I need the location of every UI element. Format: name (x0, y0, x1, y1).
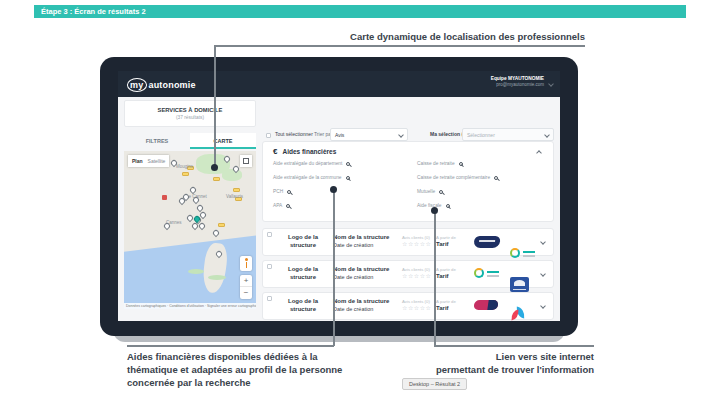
map-label: Mougins (176, 164, 193, 169)
filter-field[interactable]: Caisse de retraite complémentaire (417, 175, 498, 180)
result-checkbox[interactable] (267, 296, 272, 301)
connector-line (434, 345, 594, 347)
connector-line (127, 345, 334, 347)
filter-field[interactable]: Caisse de retraite (417, 161, 463, 166)
result-checkbox[interactable] (267, 264, 272, 269)
price-label: À partir de (436, 267, 456, 272)
connector-line (215, 45, 585, 47)
expand-chevron-icon[interactable] (540, 303, 546, 309)
road-badge (182, 172, 189, 176)
map-label: Vallauris (226, 194, 243, 199)
partner-logo[interactable] (473, 300, 498, 310)
star-rating: ☆☆☆☆☆ (402, 272, 431, 279)
results-count: (37 résultats) (125, 115, 255, 120)
filter-field[interactable]: Aide extralégale du département (273, 161, 350, 166)
financial-aid-panel: €Aides financières Aide extralégale du d… (262, 141, 554, 222)
connector-dot (330, 186, 337, 193)
annotation-aides: Aides financières disponibles dédiées à … (127, 351, 377, 389)
partner-logo[interactable] (510, 277, 529, 292)
filter-field[interactable]: Mutuelle (417, 189, 443, 194)
result-card[interactable]: Logo de la structure Nom de la structure… (262, 260, 554, 288)
connector-dot (211, 164, 218, 171)
zoom-out-button[interactable]: − (240, 287, 252, 299)
map-layer-control[interactable]: PlanSatellite (128, 155, 169, 167)
map-pin[interactable] (198, 222, 206, 230)
price-value: Tarif (436, 273, 449, 279)
result-card[interactable]: Logo de la structure Nom de la structure… (262, 228, 554, 256)
chevron-down-icon[interactable] (548, 81, 554, 87)
structure-logo-placeholder: Logo de la structure (279, 234, 327, 250)
star-rating: ☆☆☆☆☆ (402, 304, 431, 311)
result-card[interactable]: Logo de la structure Nom de la structure… (262, 292, 554, 320)
map-park (222, 169, 242, 181)
road-shield (162, 195, 167, 200)
app-logo: myautonomie (127, 78, 196, 92)
select-all-label[interactable]: Tout sélectionner (275, 131, 313, 137)
map-zoom-control: + − (240, 275, 252, 299)
search-icon[interactable] (287, 190, 291, 194)
map[interactable]: Mougins Le Cannet Vallauris Cannes (124, 151, 256, 309)
screen-name-badge: Desktop – Résultat 2 (402, 378, 467, 390)
road-badge (233, 188, 240, 192)
star-rating: ☆☆☆☆☆ (402, 240, 431, 247)
price-value: Tarif (436, 305, 449, 311)
annotation-lien: Lien vers site internet permettant de tr… (374, 351, 594, 377)
fullscreen-button[interactable] (240, 155, 252, 167)
map-layer-satellite[interactable]: Satellite (148, 158, 166, 164)
pegman-control[interactable] (240, 256, 252, 271)
search-icon[interactable] (346, 162, 350, 166)
sort-value: Avis (335, 132, 344, 138)
results-summary-card: SERVICES À DOMICILE (37 résultats) (124, 100, 256, 127)
chevron-down-icon (544, 132, 550, 138)
search-icon[interactable] (446, 204, 450, 208)
partner-logo[interactable] (510, 248, 520, 258)
filter-field[interactable]: PCH (273, 189, 291, 194)
left-tabs: FILTRES CARTE (124, 133, 256, 149)
tablet-frame: myautonomie Equipe MYAUTONOMIE pro@myaut… (100, 57, 578, 336)
price-label: À partir de (436, 299, 456, 304)
app-screen: myautonomie Equipe MYAUTONOMIE pro@myaut… (118, 71, 560, 321)
sort-select[interactable]: Avis (330, 128, 408, 141)
slide: Étape 3 : Écran de résultats 2 myautonom… (0, 0, 720, 405)
zoom-in-button[interactable]: + (240, 275, 252, 287)
results-category: SERVICES À DOMICILE (125, 107, 255, 113)
map-pin[interactable] (212, 229, 220, 237)
partner-logo[interactable] (474, 268, 484, 278)
panel-title: Aides financières (282, 148, 336, 155)
map-island (208, 275, 226, 280)
structure-date: Date de création (333, 306, 373, 312)
expand-chevron-icon[interactable] (540, 239, 546, 245)
search-icon[interactable] (494, 176, 498, 180)
panel-header: €Aides financières (273, 147, 336, 156)
search-icon[interactable] (439, 190, 443, 194)
user-menu[interactable]: Equipe MYAUTONOMIE pro@myautonomie.com (491, 76, 544, 88)
structure-name: Nom de la structure (333, 266, 389, 272)
expand-chevron-icon[interactable] (540, 271, 546, 277)
structure-name: Nom de la structure (333, 234, 389, 240)
app-navbar: myautonomie Equipe MYAUTONOMIE pro@myaut… (118, 71, 560, 97)
connector-line (434, 211, 436, 346)
euro-icon: € (273, 147, 277, 156)
filter-field[interactable]: APA (273, 203, 290, 208)
chevron-down-icon (398, 132, 404, 138)
road-badge (213, 177, 220, 181)
map-pin[interactable] (189, 186, 197, 194)
select-all-checkbox[interactable] (266, 133, 271, 138)
selection-select[interactable]: Sélectionner (462, 128, 554, 141)
result-checkbox[interactable] (267, 232, 272, 237)
filter-field[interactable]: Aide extralégale de la commune (273, 175, 350, 180)
tab-filtres[interactable]: FILTRES (124, 133, 190, 149)
structure-date: Date de création (333, 242, 373, 248)
collapse-chevron-icon[interactable] (536, 150, 542, 156)
user-email: pro@myautonomie.com (491, 82, 544, 88)
search-icon[interactable] (459, 162, 463, 166)
tab-carte[interactable]: CARTE (190, 133, 256, 149)
structure-logo-placeholder: Logo de la structure (279, 298, 327, 314)
map-layer-plan[interactable]: Plan (132, 158, 143, 164)
connector-line (333, 190, 335, 346)
search-icon[interactable] (346, 176, 350, 180)
partner-logo[interactable] (473, 236, 500, 248)
partner-logo[interactable] (510, 307, 526, 321)
connector-dot (431, 207, 438, 214)
search-icon[interactable] (286, 204, 290, 208)
